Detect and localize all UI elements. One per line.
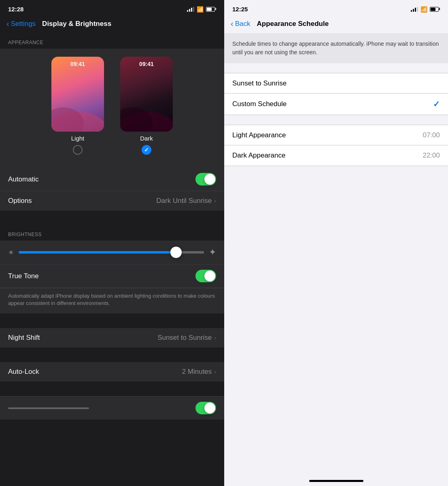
left-nav-bar: ‹ Settings Display & Brightness [0, 16, 224, 33]
dark-appearance-label: Dark Appearance [232, 151, 285, 160]
right-nav-bar: ‹ Back Appearance Schedule [224, 16, 448, 33]
night-shift-value-text: Sunset to Sunrise [157, 334, 212, 342]
options-value-text: Dark Until Sunrise [156, 197, 212, 205]
brightness-section-label: BRIGHTNESS [0, 225, 224, 241]
left-panel: 12:28 📶 ‹ Settings Display & Brightness … [0, 0, 224, 486]
night-shift-chevron: › [214, 335, 216, 341]
left-back-chevron: ‹ [6, 19, 9, 28]
separator-1 [0, 211, 224, 225]
automatic-toggle[interactable] [195, 173, 216, 185]
appearance-section: 09:41 Light 09:41 Da [0, 49, 224, 168]
dark-appearance-value: 22:00 [423, 151, 440, 160]
wifi-icon: 📶 [197, 6, 204, 13]
auto-lock-label: Auto-Lock [8, 368, 39, 376]
dark-option[interactable]: 09:41 Dark ✓ [120, 57, 173, 155]
schedule-times-group: Light Appearance 07:00 Dark Appearance 2… [224, 125, 448, 166]
auto-lock-chevron: › [214, 369, 216, 375]
true-tone-toggle-knob [204, 271, 215, 281]
separator-4 [0, 382, 224, 396]
right-back-label: Back [235, 20, 251, 28]
auto-lock-group: Auto-Lock 2 Minutes › [0, 362, 224, 382]
appearance-section-label: APPEARANCE [0, 33, 224, 49]
separator-2 [0, 313, 224, 328]
bottom-toggle-row [0, 396, 224, 420]
right-back-chevron: ‹ [231, 19, 234, 28]
right-panel: 12:25 📶 ‹ Back Appearance Schedule Sched… [224, 0, 448, 486]
light-appearance-label: Light Appearance [232, 131, 286, 139]
light-appearance-value: 07:00 [423, 131, 440, 139]
automatic-toggle-knob [204, 174, 215, 185]
night-shift-row[interactable]: Night Shift Sunset to Sunrise › [0, 328, 224, 347]
left-back-label: Settings [11, 20, 36, 28]
true-tone-row: True Tone [0, 264, 224, 288]
brightness-slider-row[interactable]: ☀ ✦ [0, 241, 224, 264]
light-appearance-row[interactable]: Light Appearance 07:00 [224, 125, 448, 145]
right-status-icons: 📶 [411, 6, 440, 13]
sunset-to-sunrise-label: Sunset to Sunrise [232, 79, 287, 87]
light-preview: 09:41 [51, 57, 104, 132]
brightness-section: ☀ ✦ True Tone Automatically adapt iPhone… [0, 241, 224, 313]
left-time: 12:28 [8, 6, 23, 13]
options-row[interactable]: Options Dark Until Sunrise › [0, 191, 224, 211]
right-battery-icon [430, 7, 440, 12]
info-box: Schedule times to change appearance auto… [224, 33, 448, 63]
auto-lock-value: 2 Minutes › [182, 368, 216, 376]
custom-schedule-checkmark: ✓ [433, 99, 440, 109]
night-shift-label: Night Shift [8, 334, 40, 342]
night-shift-value: Sunset to Sunrise › [157, 334, 216, 342]
options-label: Options [8, 197, 32, 205]
dark-radio[interactable]: ✓ [142, 145, 151, 155]
bottom-toggle-knob [204, 403, 215, 414]
light-radio[interactable] [73, 145, 83, 155]
automatic-group: Automatic Options Dark Until Sunrise › [0, 168, 224, 211]
svg-point-3 [120, 107, 153, 132]
schedule-type-group: Sunset to Sunrise Custom Schedule ✓ [224, 73, 448, 115]
night-shift-group: Night Shift Sunset to Sunrise › [0, 328, 224, 347]
dark-time: 09:41 [120, 61, 173, 67]
right-nav-title: Appearance Schedule [257, 20, 329, 28]
light-option-label: Light [71, 135, 85, 142]
auto-lock-row[interactable]: Auto-Lock 2 Minutes › [0, 362, 224, 382]
custom-schedule-row[interactable]: Custom Schedule ✓ [224, 94, 448, 115]
auto-lock-value-text: 2 Minutes [182, 368, 212, 376]
brightness-low-icon: ☀ [8, 249, 14, 256]
true-tone-toggle[interactable] [195, 270, 216, 282]
dark-checkmark: ✓ [144, 147, 149, 153]
right-signal-icon [411, 7, 418, 12]
options-value: Dark Until Sunrise › [156, 197, 216, 205]
left-status-icons: 📶 [187, 6, 216, 13]
automatic-label: Automatic [8, 175, 39, 183]
brightness-high-icon: ✦ [209, 247, 216, 258]
true-tone-label: True Tone [8, 272, 39, 280]
slider-thumb[interactable] [170, 247, 182, 258]
left-back-button[interactable]: ‹ Settings [6, 19, 36, 28]
battery-icon [206, 7, 216, 12]
separator-3 [0, 347, 224, 362]
bottom-toggle[interactable] [195, 402, 216, 414]
signal-icon [187, 7, 194, 12]
dark-option-label: Dark [140, 135, 153, 142]
appearance-options: 09:41 Light 09:41 Da [0, 57, 224, 161]
options-chevron: › [214, 198, 216, 204]
automatic-row: Automatic [0, 168, 224, 191]
custom-schedule-label: Custom Schedule [232, 100, 287, 108]
light-time: 09:41 [51, 61, 104, 67]
right-wifi-icon: 📶 [420, 6, 427, 13]
left-status-bar: 12:28 📶 [0, 0, 224, 16]
home-indicator [309, 480, 363, 482]
brightness-slider[interactable] [19, 251, 204, 254]
dark-preview: 09:41 [120, 57, 173, 132]
partial-slider[interactable] [8, 407, 89, 409]
light-option[interactable]: 09:41 Light [51, 57, 104, 155]
dark-appearance-row[interactable]: Dark Appearance 22:00 [224, 145, 448, 166]
right-status-bar: 12:25 📶 [224, 0, 448, 16]
left-nav-title: Display & Brightness [42, 20, 111, 28]
right-bottom-area [224, 166, 448, 486]
right-time: 12:25 [232, 6, 248, 13]
true-tone-description: Automatically adapt iPhone display based… [0, 288, 224, 313]
bottom-row [0, 396, 224, 420]
right-back-button[interactable]: ‹ Back [231, 19, 250, 28]
svg-point-1 [51, 107, 84, 132]
sunset-to-sunrise-row[interactable]: Sunset to Sunrise [224, 73, 448, 94]
